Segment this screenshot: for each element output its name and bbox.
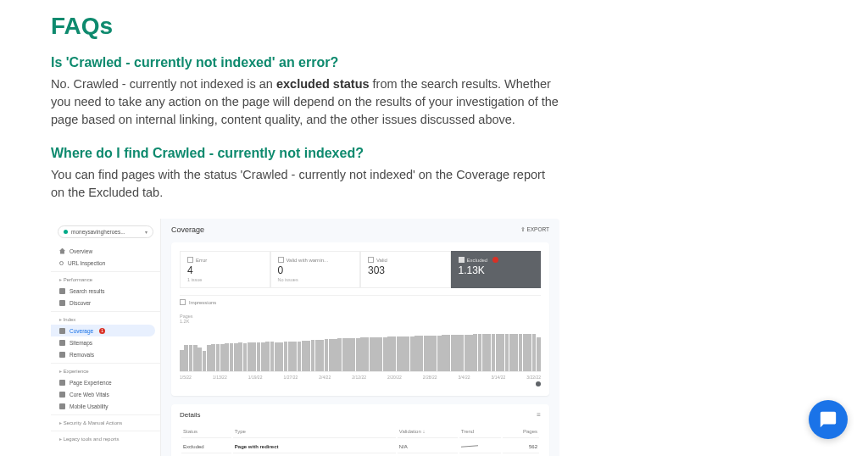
chart-bar [469, 335, 473, 371]
chart-bar [356, 338, 360, 371]
summary-card: Error 4 1 issue Valid with warnin... 0 N… [171, 242, 549, 396]
details-table: Status Type Validation ↓ Trend Pages Exc… [180, 424, 541, 456]
chart-bar [347, 338, 351, 371]
sparkline-icon [461, 443, 478, 448]
chart-bar [333, 339, 337, 371]
gsc-main: Coverage EXPORT Error 4 1 issue Valid wi… [161, 219, 559, 456]
search-icon [59, 261, 64, 265]
chat-fab[interactable] [809, 400, 848, 439]
chart-bar [302, 341, 306, 371]
chart-bar [275, 342, 279, 371]
filter-icon[interactable]: ≡ [537, 411, 541, 419]
chart-bar [378, 337, 382, 371]
sidebar-section-legacy[interactable]: Legacy tools and reports [51, 431, 160, 444]
sidebar-item-url-inspection[interactable]: URL Inspection [51, 257, 160, 269]
chart-bar [532, 334, 537, 371]
chart-bar [405, 336, 409, 371]
chart-bar [284, 342, 288, 371]
faq-question-2: Where do I find Crawled - currently not … [51, 146, 559, 161]
chart-bar [265, 342, 270, 371]
chart-bar [230, 343, 234, 371]
sidebar-item-discover[interactable]: Discover [51, 297, 160, 309]
sidebar-item-coverage[interactable]: Coverage1 [51, 325, 155, 336]
home-icon [59, 248, 65, 254]
chart-bar [432, 336, 437, 372]
chart-bar [248, 342, 252, 371]
chart-bar [383, 337, 387, 372]
sidebar-section-performance[interactable]: Performance [51, 271, 160, 285]
experience-icon [59, 380, 65, 386]
chart-bar [193, 345, 198, 372]
speed-icon [59, 392, 65, 398]
chart-bar [189, 345, 193, 372]
chart-bar [415, 336, 419, 371]
export-button[interactable]: EXPORT [520, 226, 549, 233]
chart-bar [424, 336, 428, 371]
chart-bar [306, 341, 310, 371]
sidebar-item-sitemaps[interactable]: Sitemaps [51, 336, 160, 348]
chat-icon [819, 410, 837, 429]
chart-icon [59, 288, 65, 294]
chart-bar [519, 334, 523, 371]
chart-bar [527, 334, 531, 371]
chart-bar [500, 334, 504, 371]
chart-bar [496, 334, 500, 371]
chart-bar [360, 337, 364, 371]
sidebar-section-experience[interactable]: Experience [51, 363, 160, 376]
chart-bar [311, 340, 315, 371]
error-badge-icon: 1 [99, 328, 105, 334]
chart-bar [523, 334, 527, 371]
chart-bar [428, 336, 432, 371]
chart-bar [455, 335, 459, 371]
table-row[interactable]: ExcludedPage with redirectN/A562 [181, 440, 539, 453]
chart-bar [514, 334, 518, 371]
chart-bar [238, 342, 242, 371]
faq-question-1: Is 'Crawled - currently not indexed' an … [51, 55, 559, 70]
chart-bar [342, 338, 347, 371]
chart-bar [446, 335, 450, 371]
star-icon [59, 300, 65, 306]
chart-bar [325, 339, 329, 371]
chart-bar [225, 343, 229, 371]
chart-bar [216, 344, 220, 371]
details-card: Details ≡ Status Type Validation ↓ Trend… [171, 404, 549, 456]
sidebar-item-cwv[interactable]: Core Web Vitals [51, 388, 160, 400]
gsc-screenshot: moneysavingheroes... Overview URL Inspec… [51, 219, 559, 456]
chart-bar [392, 336, 396, 371]
page-icon [59, 328, 65, 334]
chart-bar [252, 342, 256, 371]
chart-bar [180, 350, 184, 371]
coverage-chart: Pages 1.2K 1/5/221/13/221/19/221/27/222/… [180, 314, 541, 387]
gsc-sidebar: moneysavingheroes... Overview URL Inspec… [51, 219, 161, 456]
sidebar-item-overview[interactable]: Overview [51, 245, 160, 257]
chart-bar [211, 344, 215, 371]
chart-bar [442, 335, 446, 371]
chart-bar [337, 338, 342, 371]
sidebar-item-mobile[interactable]: Mobile Usability [51, 400, 160, 412]
chart-bar [220, 344, 225, 371]
chart-bar [270, 342, 275, 371]
sidebar-item-page-experience[interactable]: Page Experience [51, 376, 160, 388]
tab-error[interactable]: Error 4 1 issue [180, 251, 270, 288]
chart-bar [292, 342, 297, 371]
tab-valid[interactable]: Valid 303 [360, 251, 451, 288]
sidebar-item-removals[interactable]: Removals [51, 348, 160, 360]
sidebar-section-security[interactable]: Security & Manual Actions [51, 414, 160, 428]
impressions-toggle[interactable]: Impressions [180, 295, 541, 309]
tab-valid-warnings[interactable]: Valid with warnin... 0 No issues [270, 251, 361, 288]
chart-bar [288, 342, 292, 371]
chart-bar [410, 336, 415, 371]
chart-bar [505, 334, 509, 371]
chart-bar [492, 334, 496, 371]
sidebar-section-index[interactable]: Index [51, 311, 160, 325]
sidebar-item-search-results[interactable]: Search results [51, 285, 160, 297]
chart-bar [198, 348, 202, 371]
tab-excluded[interactable]: Excluded 1.13K [451, 251, 542, 288]
chart-bar [257, 342, 261, 371]
chart-bar [315, 340, 320, 371]
chart-bar [351, 338, 355, 371]
property-selector[interactable]: moneysavingheroes... [58, 225, 153, 238]
page-title: FAQs [51, 13, 559, 40]
chart-bar [279, 342, 283, 371]
chart-bar [387, 336, 392, 371]
